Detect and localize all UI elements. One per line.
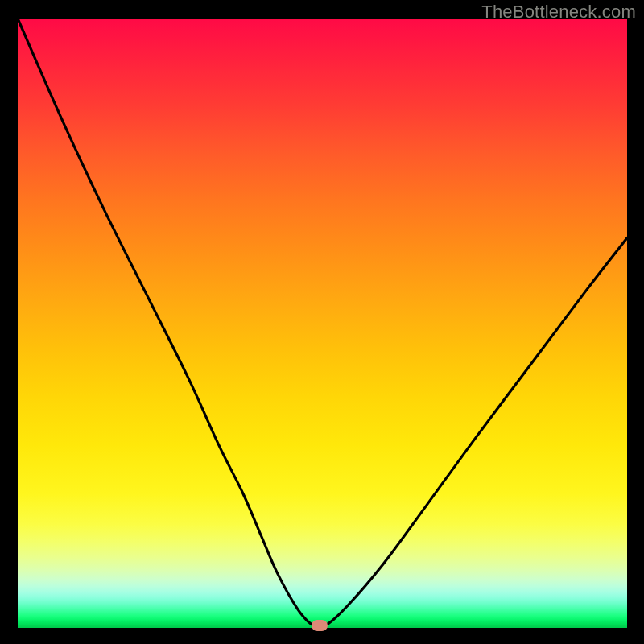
optimal-marker bbox=[312, 620, 328, 631]
bottleneck-curve bbox=[18, 19, 627, 628]
plot-area bbox=[18, 19, 627, 628]
chart-frame: TheBottleneck.com bbox=[0, 0, 644, 644]
curve-svg bbox=[18, 19, 627, 628]
attribution-label: TheBottleneck.com bbox=[481, 2, 636, 23]
